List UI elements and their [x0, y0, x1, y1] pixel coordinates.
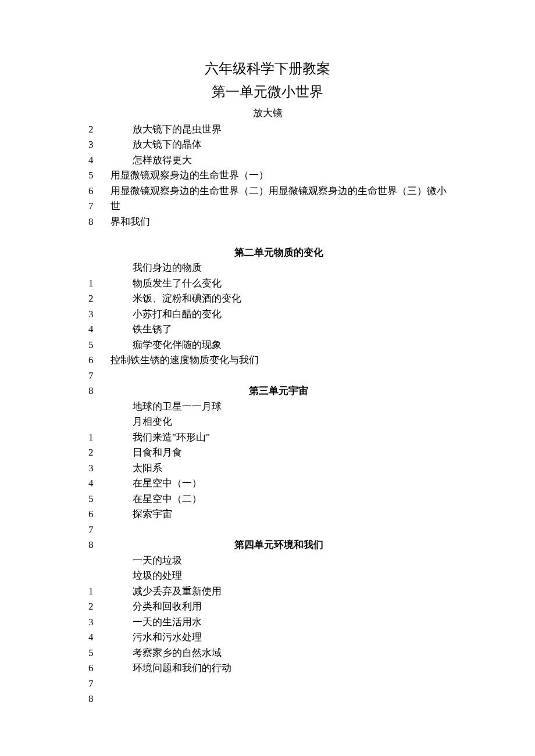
list-item: 太阳系 [110, 461, 447, 476]
list-item: 界和我们 [110, 214, 447, 230]
list-number: 8 [88, 691, 110, 707]
list-item: 地球的卫星一一月球 [110, 399, 447, 415]
unit-one-title: 第一单元微小世界 [88, 81, 447, 102]
block-4-text: 减少丢弃及重新使用分类和回收利用一天的生活用水污水和污水处理考察家乡的自然水域环… [110, 584, 447, 707]
list-item: 放大镜下的晶体 [110, 137, 447, 153]
list-item: 我们身边的物质 [110, 260, 447, 276]
list-number: 1 [88, 584, 110, 600]
list-item: 铁生锈了 [110, 322, 447, 338]
list-number: 8 [88, 214, 110, 230]
list-number: 8 [88, 538, 110, 553]
list-number: 5 [88, 338, 110, 353]
list-item: 控制铁生锈的速度物质变化与我们 [110, 353, 447, 368]
list-item [110, 230, 447, 245]
first-item: 放大镜 [88, 106, 447, 121]
list-item: 一天的垃圾 [110, 553, 447, 569]
block-4: 12345678 减少丢弃及重新使用分类和回收利用一天的生活用水污水和污水处理考… [88, 584, 447, 707]
unit-heading: 第四单元环境和我们 [110, 538, 447, 553]
list-item: 考察家乡的自然水域 [110, 646, 447, 661]
list-item [110, 522, 447, 538]
list-item: 怎样放得更大 [110, 153, 447, 169]
list-number: 5 [88, 492, 110, 507]
list-number: 8 [88, 384, 110, 399]
list-item: 日食和月食 [110, 445, 447, 461]
list-item: 环境问题和我们的行动 [110, 661, 447, 676]
list-item: 一天的生活用水 [110, 615, 447, 630]
list-item: 放大镜下的昆虫世界 [110, 122, 447, 138]
unit-heading: 第三单元宇宙 [110, 384, 447, 399]
list-number: 7 [88, 676, 110, 692]
list-item: 分类和回收利用 [110, 599, 447, 615]
list-number: 3 [88, 137, 110, 153]
block-1: 2345678 放大镜下的昆虫世界放大镜下的晶体怎样放得更大用显微镜观察身边的生… [88, 122, 447, 276]
list-item: 垃圾的处理 [110, 568, 447, 584]
list-item: 在星空中（二） [110, 492, 447, 507]
block-2: 12345678 物质发生了什么变化米饭、淀粉和碘酒的变化小苏打和白醋的变化铁生… [88, 276, 447, 430]
document-title: 六年级科学下册教案 [88, 58, 447, 79]
list-item: 用显微镜观察身边的生命世界（一） [110, 168, 447, 184]
block-1-text: 放大镜下的昆虫世界放大镜下的晶体怎样放得更大用显微镜观察身边的生命世界（一）用显… [110, 122, 447, 276]
list-item: 物质发生了什么变化 [110, 276, 447, 292]
list-number: 7 [88, 199, 110, 214]
list-number: 1 [88, 430, 110, 446]
block-4-numbers: 12345678 [88, 584, 110, 707]
list-number: 3 [88, 307, 110, 323]
list-number: 6 [88, 507, 110, 522]
block-3-text: 我们来造"环形山"日食和月食太阳系在星空中（一）在星空中（二）探索宇宙 第四单元… [110, 430, 447, 584]
list-item: 减少丢弃及重新使用 [110, 584, 447, 600]
block-2-text: 物质发生了什么变化米饭、淀粉和碘酒的变化小苏打和白醋的变化铁生锈了痂学变化伴随的… [110, 276, 447, 430]
list-number: 4 [88, 630, 110, 646]
block-3-numbers: 12345678 [88, 430, 110, 553]
list-number: 4 [88, 322, 110, 338]
list-item: 用显微镜观察身边的生命世界（二）用显微镜观察身边的生命世界（三）微小世 [110, 184, 447, 214]
block-1-numbers: 2345678 [88, 122, 110, 230]
list-number: 3 [88, 461, 110, 476]
list-number: 3 [88, 615, 110, 630]
list-number: 2 [88, 445, 110, 461]
list-number: 5 [88, 168, 110, 184]
list-item: 我们来造"环形山" [110, 430, 447, 446]
list-item: 米饭、淀粉和碘酒的变化 [110, 291, 447, 307]
list-item: 痂学变化伴随的现象 [110, 338, 447, 353]
list-number: 4 [88, 153, 110, 169]
list-number: 7 [88, 522, 110, 538]
list-item: 月相变化 [110, 414, 447, 430]
list-number: 7 [88, 368, 110, 384]
list-item [110, 691, 447, 707]
list-number: 4 [88, 476, 110, 492]
list-number: 6 [88, 353, 110, 368]
list-number: 2 [88, 599, 110, 615]
block-2-numbers: 12345678 [88, 276, 110, 399]
list-item [110, 676, 447, 692]
list-number: 6 [88, 661, 110, 676]
block-3: 12345678 我们来造"环形山"日食和月食太阳系在星空中（一）在星空中（二）… [88, 430, 447, 584]
list-item: 污水和污水处理 [110, 630, 447, 646]
list-number: 2 [88, 291, 110, 307]
unit-heading: 第二单元物质的变化 [110, 245, 447, 261]
list-item [110, 368, 447, 384]
list-number: 2 [88, 122, 110, 138]
list-number: 5 [88, 646, 110, 661]
list-number: 1 [88, 276, 110, 292]
list-number: 6 [88, 184, 110, 199]
list-item: 在星空中（一） [110, 476, 447, 492]
list-item: 探索宇宙 [110, 507, 447, 522]
list-item: 小苏打和白醋的变化 [110, 307, 447, 323]
